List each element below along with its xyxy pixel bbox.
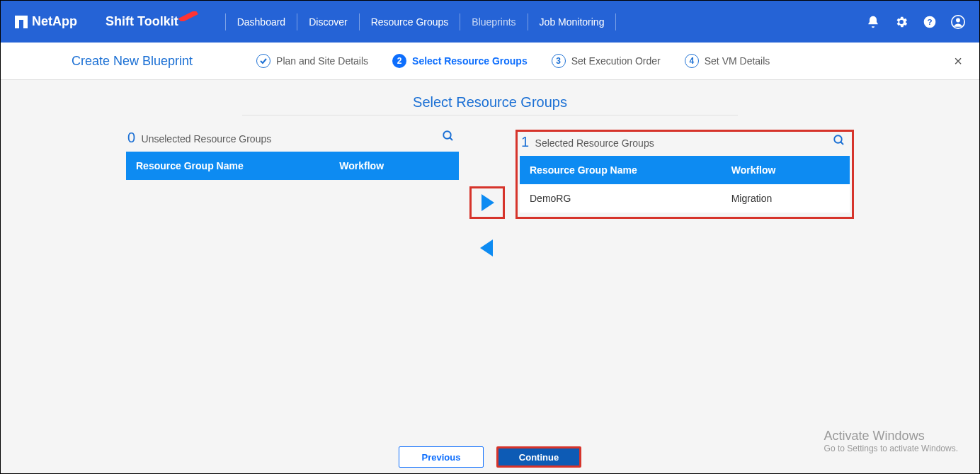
wizard-step-3[interactable]: 3 Set Execution Order bbox=[552, 54, 661, 68]
topbar-right: ? bbox=[866, 15, 965, 29]
nav-separator bbox=[359, 13, 360, 30]
wizard-steps: Plan and Site Details 2 Select Resource … bbox=[256, 54, 770, 68]
preview-badge-icon bbox=[177, 11, 198, 21]
panel-header: 1 Selected Resource Groups bbox=[520, 134, 850, 156]
nav-job-monitoring[interactable]: Job Monitoring bbox=[540, 16, 605, 28]
netapp-n-icon bbox=[15, 16, 28, 28]
step-label: Plan and Site Details bbox=[276, 55, 368, 67]
wizard-step-1[interactable]: Plan and Site Details bbox=[256, 54, 368, 68]
unselected-panel: 0 Unselected Resource Groups Resource Gr… bbox=[126, 130, 459, 180]
col-name-header: Resource Group Name bbox=[136, 160, 339, 171]
netapp-logo: NetApp bbox=[15, 14, 77, 29]
svg-line-9 bbox=[450, 137, 452, 140]
col-workflow-header: Workflow bbox=[731, 164, 840, 176]
svg-point-8 bbox=[443, 131, 451, 139]
col-workflow-header: Workflow bbox=[339, 160, 449, 171]
product-label: Shift Toolkit bbox=[106, 14, 178, 28]
check-icon bbox=[256, 54, 270, 68]
table-header: Resource Group Name Workflow bbox=[126, 152, 459, 180]
unselected-label: Unselected Resource Groups bbox=[142, 133, 272, 145]
nav-separator bbox=[297, 13, 297, 30]
svg-text:?: ? bbox=[927, 17, 932, 26]
svg-point-7 bbox=[956, 18, 960, 22]
table-row[interactable]: DemoRG Migration bbox=[520, 184, 850, 213]
wizard-step-4[interactable]: 4 Set VM Details bbox=[685, 54, 770, 68]
help-icon[interactable]: ? bbox=[923, 15, 937, 29]
svg-point-12 bbox=[834, 135, 842, 143]
nav-dashboard[interactable]: Dashboard bbox=[237, 16, 286, 28]
bell-icon[interactable] bbox=[866, 15, 880, 29]
svg-line-13 bbox=[841, 142, 843, 145]
svg-marker-10 bbox=[482, 194, 494, 211]
row-workflow: Migration bbox=[731, 193, 840, 204]
row-name: DemoRG bbox=[530, 193, 731, 204]
unselected-count: 0 bbox=[127, 130, 135, 145]
watermark-sub: Go to Settings to activate Windows. bbox=[824, 444, 958, 453]
triangle-right-icon bbox=[479, 193, 496, 213]
nav-separator bbox=[528, 13, 528, 30]
table-header: Resource Group Name Workflow bbox=[520, 156, 850, 184]
top-navbar: NetApp Shift Toolkit Dashboard Discover … bbox=[1, 1, 979, 43]
step-number: 3 bbox=[552, 54, 566, 68]
step-number: 2 bbox=[392, 54, 406, 68]
nav-resource-groups[interactable]: Resource Groups bbox=[371, 16, 449, 28]
section-title: Select Resource Groups bbox=[1, 94, 979, 111]
step-label: Set Execution Order bbox=[571, 55, 661, 67]
section-divider bbox=[242, 115, 738, 115]
step-label: Set VM Details bbox=[705, 55, 770, 67]
windows-watermark: Activate Windows Go to Settings to activ… bbox=[824, 429, 958, 453]
selected-label: Selected Resource Groups bbox=[535, 137, 654, 149]
svg-rect-2 bbox=[15, 16, 28, 20]
panel-title: 1 Selected Resource Groups bbox=[521, 134, 654, 150]
user-icon[interactable] bbox=[951, 15, 965, 29]
continue-button[interactable]: Continue bbox=[496, 446, 581, 468]
svg-marker-11 bbox=[480, 239, 493, 256]
move-left-button[interactable] bbox=[469, 232, 505, 264]
step-number: 4 bbox=[685, 54, 699, 68]
step-label: Select Resource Groups bbox=[412, 55, 528, 67]
col-name-header: Resource Group Name bbox=[530, 164, 731, 176]
panel-header: 0 Unselected Resource Groups bbox=[126, 130, 459, 152]
triangle-left-icon bbox=[479, 238, 496, 258]
search-icon[interactable] bbox=[442, 130, 455, 145]
wizard-title: Create New Blueprint bbox=[72, 54, 193, 69]
company-name: NetApp bbox=[32, 14, 77, 29]
search-icon[interactable] bbox=[833, 134, 845, 149]
main-content: Select Resource Groups 0 Unselected Reso… bbox=[1, 80, 979, 264]
wizard-bar: Create New Blueprint Plan and Site Detai… bbox=[1, 43, 979, 80]
panel-title: 0 Unselected Resource Groups bbox=[127, 130, 271, 146]
move-right-button[interactable] bbox=[469, 186, 505, 219]
close-icon[interactable]: × bbox=[954, 53, 962, 69]
nav-separator bbox=[615, 13, 616, 30]
selected-count: 1 bbox=[521, 134, 529, 149]
nav-separator bbox=[225, 13, 226, 30]
dual-list-panel: 0 Unselected Resource Groups Resource Gr… bbox=[1, 130, 979, 264]
transfer-controls bbox=[466, 186, 508, 264]
nav-items: Dashboard Discover Resource Groups Bluep… bbox=[214, 13, 628, 30]
previous-button[interactable]: Previous bbox=[399, 446, 484, 468]
wizard-step-2[interactable]: 2 Select Resource Groups bbox=[392, 54, 528, 68]
nav-discover[interactable]: Discover bbox=[309, 16, 347, 28]
gear-icon[interactable] bbox=[894, 15, 908, 29]
nav-blueprints[interactable]: Blueprints bbox=[472, 16, 515, 28]
watermark-title: Activate Windows bbox=[824, 429, 958, 444]
product-name: Shift Toolkit bbox=[106, 14, 178, 29]
nav-separator bbox=[460, 13, 460, 30]
selected-panel: 1 Selected Resource Groups Resource Grou… bbox=[515, 130, 854, 219]
svg-marker-3 bbox=[178, 11, 198, 21]
brand-block: NetApp Shift Toolkit bbox=[15, 14, 178, 29]
